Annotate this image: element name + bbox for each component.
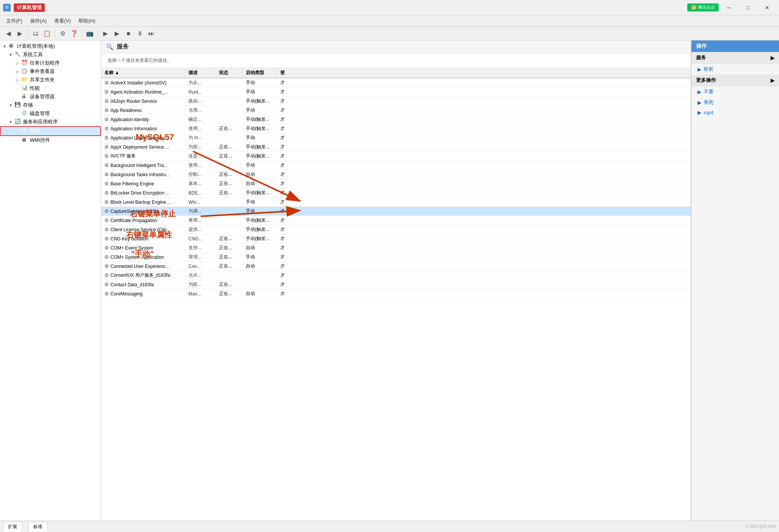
service-row[interactable]: ⚙ Background Intelligent Tra... 使用... 手动… — [101, 161, 691, 170]
service-startup: 手动(触发... — [243, 235, 277, 243]
actions-services-item-1[interactable]: ▶ 析析 — [691, 64, 779, 75]
service-startup: 手动(触发... — [243, 115, 277, 123]
col-header-status[interactable]: 状态 — [216, 68, 243, 78]
menu-file[interactable]: 文件(F) — [3, 16, 26, 26]
tab-extended[interactable]: 扩展 — [3, 522, 22, 532]
console-button[interactable]: 📺 — [84, 28, 95, 39]
service-login: 才 — [277, 97, 289, 105]
col-header-startup[interactable]: 启动类型 — [243, 68, 277, 78]
menu-view[interactable]: 查看(V) — [51, 16, 74, 26]
service-name: ⚙ CoreMessaging — [101, 290, 185, 297]
service-row[interactable]: ⚙ ConsentUX 用户服务_d183fa 允许... 才 — [101, 271, 691, 280]
tree-services-apps[interactable]: ▼ 🔄 服务和应用程序 — [0, 118, 101, 126]
tree-services[interactable]: ⚙ 服务 — [0, 126, 101, 136]
tree-task-scheduler[interactable]: ▷ ⏰ 任务计划程序 — [0, 59, 101, 67]
service-row[interactable]: ⚙ App Readiness 当用... 手动 才 — [101, 106, 691, 115]
service-desc: 使用... — [185, 161, 216, 169]
col-header-name[interactable]: 名称 ▲ — [101, 68, 185, 78]
tree-services-apps-label: 服务和应用程序 — [23, 118, 58, 125]
service-row[interactable]: ⚙ Application Layer Gateway ... 为 In... … — [101, 133, 691, 143]
service-name: ⚙ Application Information — [101, 125, 185, 132]
service-startup: 手动(触发... — [243, 225, 277, 234]
service-startup: 自动 — [243, 290, 277, 298]
close-button[interactable]: ✕ — [758, 2, 776, 13]
service-startup: 手动(触发... — [243, 125, 277, 133]
tree-shared-folders[interactable]: ▷ 📁 共享文件夹 — [0, 76, 101, 84]
service-row[interactable]: ⚙ CNG Key Isolation CNG... 正在... 手动(触发..… — [101, 234, 691, 243]
gear-icon: ⚙ — [104, 199, 109, 205]
service-row[interactable]: ⚙ Connected User Experienc... Con... 正在.… — [101, 262, 691, 271]
service-row[interactable]: ⚙ Application Information 使用... 正在... 手动… — [101, 124, 691, 133]
tree-storage[interactable]: ▼ 💾 存储 — [0, 101, 101, 109]
service-name: ⚙ Contact Data_d183fa — [101, 281, 185, 288]
service-row[interactable]: ⚙ Client License Service (Clip... 提供... … — [101, 225, 691, 234]
services-apps-icon: 🔄 — [15, 118, 21, 125]
tree-root[interactable]: ▼ 🖥 计算机管理(本地) — [0, 42, 101, 50]
actions-more-item-1[interactable]: ▶ 不要 — [691, 86, 779, 97]
service-name: ⚙ BitLocker Drive Encryption ... — [101, 189, 185, 196]
service-login: 才 — [277, 290, 289, 298]
service-row[interactable]: ⚙ CaptureService_d183fa 为调... 手动 才 — [101, 207, 691, 216]
stop-button[interactable]: ■ — [123, 28, 134, 39]
service-row[interactable]: ⚙ AppX Deployment Service ... 为部... 正在..… — [101, 143, 691, 152]
service-row[interactable]: ⚙ Background Tasks Infrastru... 控制... 正在… — [101, 170, 691, 179]
service-status — [216, 165, 243, 166]
service-row[interactable]: ⚙ AllJoyn Router Service 路由... 手动(触发... … — [101, 97, 691, 106]
pause-button[interactable]: ⏸ — [135, 28, 145, 39]
service-startup: 自动 — [243, 180, 277, 188]
service-status — [216, 91, 243, 93]
col-header-desc[interactable]: 描述 — [185, 68, 216, 78]
service-row[interactable]: ⚙ Block Level Backup Engine ... Win... 手… — [101, 198, 691, 207]
step-button[interactable]: ⏭ — [146, 28, 157, 39]
tree-task-scheduler-label: 任务计划程序 — [30, 60, 60, 66]
back-button[interactable]: ◀ — [3, 28, 14, 39]
col-header-login[interactable]: 登 — [277, 68, 289, 78]
service-row[interactable]: ⚙ BitLocker Drive Encryption ... BDE... … — [101, 188, 691, 198]
forward-button[interactable]: ▶ — [15, 28, 25, 39]
menu-bar: 文件(F) 操作(A) 查看(V) 帮助(H) — [0, 15, 779, 27]
maximize-button[interactable]: □ — [739, 2, 757, 13]
gear-icon: ⚙ — [104, 107, 109, 113]
service-row[interactable]: ⚙ COM+ Event System 支持... 正在... 自动 才 — [101, 243, 691, 253]
service-name: ⚙ Background Tasks Infrastru... — [101, 171, 185, 178]
service-row[interactable]: ⚙ Contact Data_d183fa 为联... 正在... 才 — [101, 280, 691, 289]
service-row[interactable]: ⚙ Base Filtering Engine 基本... 正在... 自动 才 — [101, 179, 691, 188]
service-row[interactable]: ⚙ Certificate Propagation 将用... 手动(触发...… — [101, 216, 691, 225]
show-scope-button[interactable]: 🗂 — [30, 28, 41, 39]
tree-performance-label: 性能 — [30, 85, 40, 92]
minimize-button[interactable]: ─ — [720, 2, 738, 13]
service-desc: 确定... — [185, 115, 216, 123]
service-login: 才 — [277, 253, 289, 261]
properties-button[interactable]: ⚙ — [57, 28, 68, 39]
service-row[interactable]: ⚙ Agent Activation Runtime_... Runt... 手… — [101, 88, 691, 97]
event-icon: 📋 — [21, 68, 28, 75]
tree-performance[interactable]: 📊 性能 — [0, 84, 101, 92]
service-desc: 允许... — [185, 271, 216, 279]
service-row[interactable]: ⚙ COM+ System Application 管理... 正在... 手动… — [101, 253, 691, 262]
title-bar-left: ⚙ 计算机管理 — [3, 3, 45, 12]
actions-section-services: 服务 ▶ ▶ 析析 — [691, 52, 779, 75]
tree-event-viewer[interactable]: ▷ 📋 事件查看器 — [0, 67, 101, 76]
tree-wmi[interactable]: 🖥 WMI控件 — [0, 136, 101, 144]
tree-disk-management[interactable]: 💿 磁盘管理 — [0, 109, 101, 118]
title-bar-controls: 📶 腾讯会议 ─ □ ✕ — [687, 2, 776, 13]
menu-help[interactable]: 帮助(H) — [75, 16, 98, 26]
menu-action[interactable]: 操作(A) — [27, 16, 50, 26]
service-row[interactable]: ⚙ ActiveX Installer (AxInstSV) 为从... 手动 … — [101, 78, 691, 88]
play2-button[interactable]: ▶ — [112, 28, 122, 39]
service-name: ⚙ Block Level Backup Engine ... — [101, 198, 185, 206]
show-console-button[interactable]: 📋 — [42, 28, 52, 39]
right-arrow-icon-3: ▶ — [698, 100, 701, 105]
actions-more-item-3[interactable]: ▶ mp4 — [691, 108, 779, 117]
toolbar-separator-3 — [82, 29, 82, 38]
service-row[interactable]: ⚙ AVCTP 服务 这是... 正在... 手动(触发... 才 — [101, 152, 691, 161]
service-row[interactable]: ⚙ CoreMessaging Man... 正在... 自动 才 — [101, 289, 691, 298]
services-content[interactable]: 名称 ▲ 描述 状态 启动类型 登 ⚙ ActiveX Installer (A… — [101, 68, 691, 521]
tab-standard[interactable]: 标准 — [28, 522, 47, 532]
play-button[interactable]: ▶ — [100, 28, 111, 39]
tree-device-manager[interactable]: 🖨 设备管理器 — [0, 92, 101, 101]
tree-system-tools[interactable]: ▼ 🔧 系统工具 — [0, 50, 101, 59]
service-row[interactable]: ⚙ Application Identity 确定... 手动(触发... 才 — [101, 115, 691, 124]
actions-more-item-2[interactable]: ▶ 卷死 — [691, 97, 779, 108]
help-button[interactable]: ❓ — [69, 28, 80, 39]
